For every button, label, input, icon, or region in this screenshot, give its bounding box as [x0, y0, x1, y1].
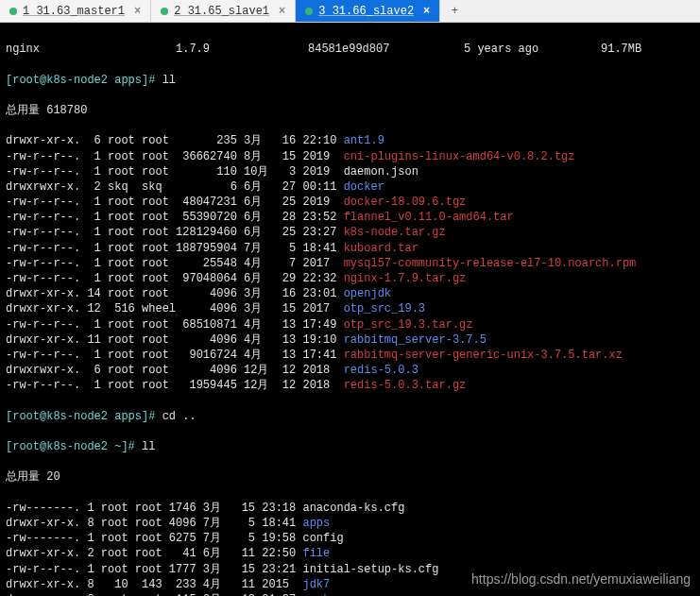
file-row: drwxr-xr-x. 14 root root 4096 3月 16 23:0… — [6, 286, 694, 301]
file-row: drwxr-xr-x. 2 root root 115 6月 13 21:37 … — [6, 592, 694, 596]
image-age: 5 years ago — [464, 42, 601, 57]
image-name: nginx — [6, 42, 176, 57]
prompt-line: [root@k8s-node2 apps]# cd .. — [6, 409, 694, 424]
watermark: https://blog.csdn.net/yemuxiaweiliang — [471, 571, 691, 587]
status-dot-icon — [161, 8, 168, 15]
file-row: drwxrwxr-x. 2 skq skq 6 6月 27 00:11 dock… — [6, 179, 694, 195]
tab-bar: 1 31.63_master1× 2 31.65_slave1× 3 31.66… — [0, 0, 700, 23]
file-row: -rw-r--r--. 1 root root 68510871 4月 13 1… — [6, 317, 694, 332]
file-listing-apps: drwxr-xr-x. 6 root root 235 3月 16 22:10 … — [6, 133, 694, 393]
file-row: -rw-r--r--. 1 root root 55390720 6月 28 2… — [6, 210, 694, 225]
file-row: drwxrwxr-x. 6 root root 4096 12月 12 2018… — [6, 363, 694, 378]
tab-label: 2 31.65_slave1 — [174, 5, 269, 18]
terminal[interactable]: nginx1.7.984581e99d8075 years ago91.7MB … — [0, 23, 700, 596]
file-row: -rw-r--r--. 1 root root 128129460 6月 25 … — [6, 225, 694, 240]
file-row: -rw-r--r--. 1 root root 110 10月 3 2019 d… — [6, 164, 694, 179]
image-size: 91.7MB — [601, 42, 641, 57]
file-row: -rw-r--r--. 1 root root 48047231 6月 25 2… — [6, 195, 694, 210]
file-row: -rw-------. 1 root root 1746 3月 15 23:18… — [6, 501, 694, 516]
tab-slave1[interactable]: 2 31.65_slave1× — [151, 0, 296, 22]
tab-label: 1 31.63_master1 — [23, 5, 125, 18]
tab-master1[interactable]: 1 31.63_master1× — [0, 0, 151, 22]
close-icon[interactable]: × — [134, 5, 141, 18]
file-row: -rw-r--r--. 1 root root 36662740 8月 15 2… — [6, 149, 694, 164]
file-row: -rw-r--r--. 1 root root 9016724 4月 13 17… — [6, 348, 694, 363]
file-row: -rw-r--r--. 1 root root 25548 4月 7 2017 … — [6, 256, 694, 271]
tab-slave2[interactable]: 3 31.66_slave2× — [296, 0, 440, 22]
prompt-line: [root@k8s-node2 ~]# ll — [6, 439, 694, 454]
file-row: drwxr-xr-x. 8 root root 4096 7月 5 18:41 … — [6, 516, 694, 531]
total-line: 总用量 20 — [6, 469, 694, 485]
tab-label: 3 31.66_slave2 — [318, 5, 414, 18]
file-row: drwxr-xr-x. 12 516 wheel 4096 3月 15 2017… — [6, 301, 694, 316]
image-version: 1.7.9 — [176, 42, 308, 57]
status-dot-icon — [9, 8, 17, 15]
total-line: 总用量 618780 — [6, 103, 694, 118]
file-row: -rw-r--r--. 1 root root 97048064 6月 29 2… — [6, 271, 694, 286]
file-row: -rw-r--r--. 1 root root 1959445 12月 12 2… — [6, 378, 694, 393]
file-row: -rw-------. 1 root root 6275 7月 5 19:58 … — [6, 531, 694, 546]
prompt-line: [root@k8s-node2 apps]# ll — [6, 73, 694, 88]
file-row: -rw-r--r--. 1 root root 188795904 7月 5 1… — [6, 241, 694, 256]
file-row: drwxr-xr-x. 11 root root 4096 4月 13 19:1… — [6, 332, 694, 348]
new-tab-button[interactable]: + — [440, 0, 469, 22]
file-row: drwxr-xr-x. 2 root root 41 6月 11 22:50 f… — [6, 546, 694, 561]
close-icon[interactable]: × — [279, 5, 285, 18]
image-header-row: nginx1.7.984581e99d8075 years ago91.7MB — [6, 42, 694, 57]
file-row: drwxr-xr-x. 6 root root 235 3月 16 22:10 … — [6, 133, 694, 148]
status-dot-icon — [305, 8, 313, 15]
close-icon[interactable]: × — [423, 5, 430, 18]
image-hash: 84581e99d807 — [308, 42, 464, 57]
